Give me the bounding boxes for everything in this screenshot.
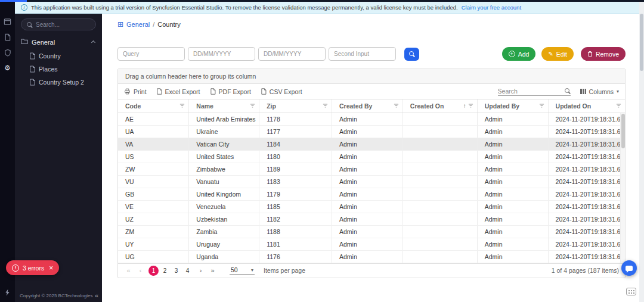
breadcrumb-section[interactable]: General	[126, 21, 150, 28]
table-row[interactable]: VEVenezuela1185AdminAdmin2024-11-20T19:1…	[118, 200, 625, 213]
filter-icon[interactable]	[323, 103, 328, 108]
table-cell	[402, 238, 477, 250]
previous-page-button[interactable]: ‹	[136, 267, 145, 274]
first-page-button[interactable]: «	[124, 267, 133, 274]
info-icon: i	[21, 4, 27, 11]
grid-search-input[interactable]	[498, 88, 564, 95]
filter-icon[interactable]	[394, 103, 399, 108]
filter-icon[interactable]	[468, 103, 473, 108]
table-row[interactable]: ZWZimbabwe1189AdminAdmin2024-11-20T19:18…	[118, 163, 625, 175]
next-page-button[interactable]: ›	[196, 267, 205, 274]
csv-export-button[interactable]: CSV Export	[261, 88, 302, 95]
column-header-created-by[interactable]: Created By	[332, 99, 403, 113]
pager-summary: 1 of 4 pages (187 items)	[552, 267, 619, 274]
column-header-created-on[interactable]: Created On↑	[402, 99, 477, 113]
table-cell: Uruguay	[189, 238, 259, 250]
table-row[interactable]: UAUkraine1177AdminAdmin2024-11-20T19:18:…	[118, 125, 625, 138]
table-cell: 1181	[259, 238, 332, 250]
printer-icon	[124, 88, 131, 95]
sidebar-item-country[interactable]: Country	[15, 49, 102, 63]
table-cell: Admin	[477, 238, 548, 250]
sidebar-search[interactable]	[21, 18, 96, 30]
lightning-icon[interactable]	[0, 289, 15, 296]
table-row[interactable]: USUnited States1180AdminAdmin2024-11-20T…	[118, 150, 625, 163]
date-to-input[interactable]	[258, 47, 326, 61]
print-button[interactable]: Print	[124, 88, 147, 95]
filter-icon[interactable]	[616, 103, 621, 108]
scrollbar-thumb[interactable]	[621, 114, 625, 148]
filter-icon[interactable]	[250, 103, 255, 108]
shield-icon[interactable]	[4, 48, 12, 57]
last-page-button[interactable]: »	[208, 267, 217, 274]
sidebar-group-general[interactable]: General	[15, 34, 102, 49]
column-header-updated-on[interactable]: Updated On	[548, 99, 625, 113]
breadcrumb-page: Country	[157, 21, 181, 28]
table-cell: GB	[118, 188, 189, 200]
table-row[interactable]: VUVanuatu1183AdminAdmin2024-11-20T19:18:…	[118, 175, 625, 188]
collapse-sidebar-button[interactable]: «	[95, 292, 98, 299]
sidebar-search-input[interactable]	[36, 21, 91, 28]
table-row[interactable]: AEUnited Arab Emirates1178AdminAdmin2024…	[118, 113, 625, 125]
filter-icon[interactable]	[539, 103, 544, 108]
pdf-file-icon	[210, 88, 216, 95]
table-row[interactable]: ZMZambia1188AdminAdmin2024-11-20T19:18:3…	[118, 225, 625, 238]
keyboard-icon[interactable]	[626, 288, 636, 295]
gear-icon[interactable]: ⚙	[4, 64, 12, 72]
claim-account-link[interactable]: Claim your free account	[462, 4, 521, 11]
page-size-select[interactable]: 50 ▾	[230, 266, 255, 275]
query-input[interactable]	[117, 47, 185, 61]
table-cell: 1179	[259, 188, 332, 200]
grid-scrollbar[interactable]	[620, 113, 625, 263]
page-1-button[interactable]: 1	[148, 266, 159, 276]
column-header-zip[interactable]: Zip	[259, 99, 332, 113]
column-header-name[interactable]: Name	[189, 99, 259, 113]
sidebar-item-places[interactable]: Places	[15, 63, 102, 76]
table-cell: 1184	[259, 138, 332, 150]
date-from-input[interactable]	[188, 47, 255, 61]
excel-export-button[interactable]: Excel Export	[156, 88, 200, 95]
second-input[interactable]	[329, 47, 396, 61]
table-cell: 1183	[259, 175, 332, 188]
page-4-button[interactable]: 4	[182, 266, 193, 276]
dashboard-icon[interactable]	[4, 17, 12, 26]
search-button[interactable]	[404, 48, 419, 61]
table-cell: Vatican City	[189, 138, 259, 150]
pages-icon[interactable]	[4, 33, 12, 41]
folder-icon	[21, 38, 28, 46]
filter-bar: + Add ✎ Edit Remove	[117, 47, 626, 61]
error-count-label: 3 errors	[23, 264, 44, 272]
remove-button[interactable]: Remove	[581, 47, 626, 61]
add-button[interactable]: + Add	[502, 47, 536, 61]
page-3-button[interactable]: 3	[171, 266, 181, 276]
table-row[interactable]: UYUruguay1181AdminAdmin2024-11-20T19:18:…	[118, 238, 625, 250]
column-header-updated-by[interactable]: Updated By	[477, 99, 548, 113]
table-cell	[402, 113, 477, 125]
scrollbar-thumb[interactable]	[640, 14, 643, 71]
filter-icon[interactable]	[179, 103, 185, 108]
table-cell: Admin	[477, 213, 548, 225]
grid-search[interactable]	[498, 88, 571, 96]
error-pill[interactable]: ! 3 errors ×	[6, 260, 59, 275]
table-cell: VA	[118, 138, 189, 150]
table-cell: Admin	[332, 238, 403, 250]
columns-chooser-button[interactable]: Columns ▾	[580, 88, 619, 95]
columns-icon	[580, 89, 586, 94]
group-drop-area[interactable]: Drag a column header here to group its c…	[118, 69, 625, 84]
column-header-code[interactable]: Code	[118, 99, 189, 113]
table-cell: 2024-11-20T19:18:31.6266...	[548, 163, 625, 175]
close-icon[interactable]: ×	[49, 264, 53, 272]
window-scrollbar[interactable]	[639, 2, 644, 302]
table-cell: 2024-11-20T19:18:31.6266...	[548, 250, 625, 263]
page-2-button[interactable]: 2	[160, 266, 170, 276]
table-cell	[402, 188, 477, 200]
feedback-chat-button[interactable]	[621, 260, 637, 276]
table-cell: Admin	[477, 225, 548, 238]
table-row[interactable]: VAVatican City1184AdminAdmin2024-11-20T1…	[118, 138, 625, 150]
table-cell: 2024-11-20T19:18:31.6266...	[548, 150, 625, 163]
sidebar-item-country-setup-2[interactable]: Country Setup 2	[15, 76, 102, 89]
table-row[interactable]: UGUganda1176AdminAdmin2024-11-20T19:18:3…	[118, 250, 625, 263]
pdf-export-button[interactable]: PDF Export	[210, 88, 251, 95]
table-row[interactable]: GBUnited Kingdom1179AdminAdmin2024-11-20…	[118, 188, 625, 200]
table-row[interactable]: UZUzbekistan1182AdminAdmin2024-11-20T19:…	[118, 213, 625, 225]
edit-button[interactable]: ✎ Edit	[541, 47, 573, 61]
